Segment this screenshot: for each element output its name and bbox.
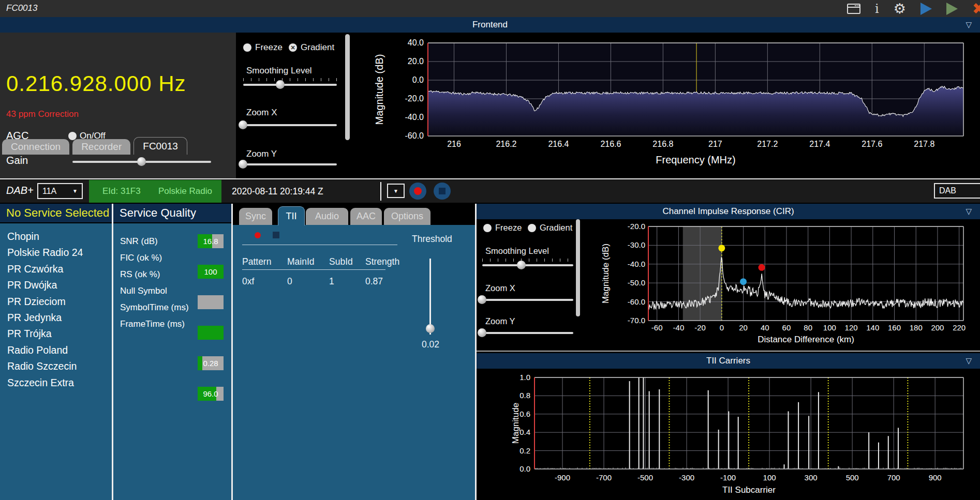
gain-label: Gain bbox=[6, 155, 28, 166]
record-button[interactable] bbox=[409, 183, 426, 200]
frontend-smoothing-handle[interactable] bbox=[276, 80, 285, 89]
svg-text:80: 80 bbox=[804, 323, 812, 332]
svg-text:20.0: 20.0 bbox=[408, 57, 424, 66]
svg-text:60: 60 bbox=[782, 323, 791, 332]
stop-button[interactable] bbox=[434, 183, 451, 200]
tii-carriers-plot[interactable]: 1.00.80.60.40.20.0-900-700-500-300-10010… bbox=[477, 369, 980, 500]
sq-row-bar bbox=[198, 326, 224, 340]
service-list-item[interactable]: PR Trójka bbox=[0, 326, 112, 342]
frontend-freeze-toggle[interactable]: Freeze bbox=[243, 42, 283, 53]
service-list-item[interactable]: Chopin bbox=[0, 229, 112, 245]
cir-collapse-icon[interactable]: ▽ bbox=[966, 204, 972, 219]
agc-radio-icon[interactable] bbox=[68, 132, 77, 140]
cir-freeze-toggle[interactable]: Freeze bbox=[483, 223, 522, 233]
tii-carriers-header-text: TII Carriers bbox=[477, 353, 980, 369]
tii-record-indicator-icon[interactable] bbox=[255, 232, 261, 238]
service-quality-header: Service Quality bbox=[113, 204, 231, 222]
decoder-tab-tii[interactable]: TII bbox=[278, 206, 305, 225]
tuner-tab-recorder[interactable]: Recorder bbox=[72, 139, 130, 155]
output-mode-value: DAB bbox=[939, 186, 956, 195]
play-green-icon[interactable] bbox=[946, 3, 958, 15]
service-quality-panel: SNR (dB)16.8FIC (ok %)100RS (ok %)Null S… bbox=[113, 223, 231, 500]
window-title: FC0013 bbox=[6, 3, 37, 13]
svg-text:TII Subcarrier: TII Subcarrier bbox=[722, 485, 776, 495]
cir-zoomy-handle[interactable] bbox=[478, 328, 486, 337]
cir-plot[interactable]: -20.0-30.0-40.0-50.0-60.0-70.0-60-40-200… bbox=[585, 219, 980, 347]
service-list-item[interactable]: Szczecin Extra bbox=[0, 375, 112, 391]
close-orange-icon[interactable]: ✖ bbox=[972, 1, 980, 17]
window-icon[interactable] bbox=[847, 4, 860, 14]
cir-gradient-toggle[interactable]: Gradient bbox=[528, 223, 572, 233]
gain-slider-handle[interactable] bbox=[137, 157, 146, 166]
service-list-item[interactable]: Radio Szczecin bbox=[0, 358, 112, 374]
svg-text:-40: -40 bbox=[673, 323, 685, 332]
sq-row-label: Null Symbol bbox=[120, 284, 167, 298]
svg-text:217.6: 217.6 bbox=[862, 140, 882, 148]
cir-zoomy-slider[interactable] bbox=[482, 332, 573, 334]
tii-table-header: SubId bbox=[329, 256, 353, 267]
cir-smoothing-slider[interactable] bbox=[482, 264, 573, 266]
cir-zoomx-handle[interactable] bbox=[478, 295, 486, 304]
freeze-label: Freeze bbox=[255, 42, 283, 53]
record-options-dropdown[interactable]: ▼ bbox=[387, 184, 405, 198]
svg-text:-60: -60 bbox=[651, 323, 663, 332]
channel-select[interactable]: 11A ▼ bbox=[37, 183, 83, 199]
output-mode-select[interactable]: DAB ▼ bbox=[934, 183, 980, 199]
svg-text:217.2: 217.2 bbox=[757, 140, 778, 148]
frontend-zoomy-handle[interactable] bbox=[239, 160, 247, 169]
dab-bar-divider bbox=[380, 182, 381, 201]
frontend-zoomx-slider[interactable] bbox=[243, 124, 337, 126]
svg-text:-500: -500 bbox=[637, 473, 653, 482]
threshold-slider[interactable] bbox=[429, 259, 431, 335]
tii-stop-indicator-icon[interactable] bbox=[273, 232, 279, 238]
svg-text:180: 180 bbox=[910, 323, 923, 332]
svg-text:216.8: 216.8 bbox=[652, 140, 673, 148]
settings-gear-icon[interactable]: ⚙ bbox=[894, 2, 906, 16]
frontend-zoomy-slider[interactable] bbox=[243, 163, 337, 165]
frontend-smoothing-label: Smoothing Level bbox=[246, 66, 312, 76]
decoder-tab-audio[interactable]: Audio bbox=[306, 208, 348, 225]
threshold-value: 0.02 bbox=[417, 339, 444, 350]
sq-row-value: 0.28 bbox=[198, 356, 224, 370]
cir-smoothing-handle[interactable] bbox=[517, 261, 526, 269]
threshold-label: Threshold bbox=[412, 234, 452, 245]
threshold-slider-handle[interactable] bbox=[426, 324, 435, 333]
service-list-item[interactable]: PR Dzieciom bbox=[0, 294, 112, 310]
decoder-tab-sync[interactable]: Sync bbox=[239, 208, 272, 225]
svg-text:120: 120 bbox=[845, 323, 858, 332]
sq-bar-fill bbox=[198, 326, 224, 340]
ppm-correction-text: 43 ppm Correction bbox=[6, 109, 79, 119]
info-icon[interactable]: i bbox=[875, 3, 879, 15]
frontend-zoomx-handle[interactable] bbox=[239, 120, 247, 129]
fc0013-app-window: FC0013 i ⚙ ✖ Frontend ▽ 0.216.928.000 Hz… bbox=[0, 0, 980, 500]
service-list-item[interactable]: PR Czwórka bbox=[0, 261, 112, 277]
agc-toggle[interactable]: On/Off bbox=[68, 131, 106, 141]
play-blue-icon[interactable] bbox=[920, 3, 932, 15]
freeze-radio-icon[interactable] bbox=[483, 224, 492, 232]
frontend-gradient-toggle[interactable]: ✕ Gradient bbox=[289, 42, 334, 53]
freeze-radio-icon[interactable] bbox=[243, 43, 251, 52]
frontend-header: Frontend ▽ bbox=[0, 17, 980, 33]
service-list-item[interactable]: PR Dwójka bbox=[0, 277, 112, 293]
svg-text:100: 100 bbox=[763, 473, 776, 482]
decoder-tab-options[interactable]: Options bbox=[384, 208, 430, 225]
frontend-display-controls: Freeze ✕ Gradient Smoothing Level Zoom X… bbox=[236, 33, 348, 179]
cir-zoomx-slider[interactable] bbox=[482, 299, 573, 301]
stop-square-icon bbox=[439, 188, 446, 194]
sq-row-label: RS (ok %) bbox=[120, 267, 160, 281]
tii-carriers-collapse-icon[interactable]: ▽ bbox=[966, 353, 972, 369]
service-list-item[interactable]: Polskie Radio 24 bbox=[0, 245, 112, 261]
tuner-tab-fc0013[interactable]: FC0013 bbox=[133, 137, 187, 155]
svg-text:-300: -300 bbox=[679, 473, 694, 482]
channel-select-value: 11A bbox=[42, 187, 56, 196]
frontend-smoothing-slider[interactable] bbox=[243, 84, 337, 86]
cir-controls-scrollbar[interactable] bbox=[576, 219, 580, 316]
service-list-item[interactable]: Radio Poland bbox=[0, 342, 112, 358]
gradient-radio-icon[interactable] bbox=[528, 224, 536, 232]
decoder-tab-aac[interactable]: AAC bbox=[350, 208, 382, 225]
gain-slider[interactable] bbox=[72, 161, 211, 163]
frontend-collapse-icon[interactable]: ▽ bbox=[966, 17, 972, 33]
frontend-spectrum-plot[interactable]: 40.020.00.0-20.0-40.0-60.0216216.2216.42… bbox=[348, 33, 980, 179]
service-list-item[interactable]: PR Jedynka bbox=[0, 310, 112, 326]
gradient-radio-icon[interactable]: ✕ bbox=[289, 43, 297, 52]
